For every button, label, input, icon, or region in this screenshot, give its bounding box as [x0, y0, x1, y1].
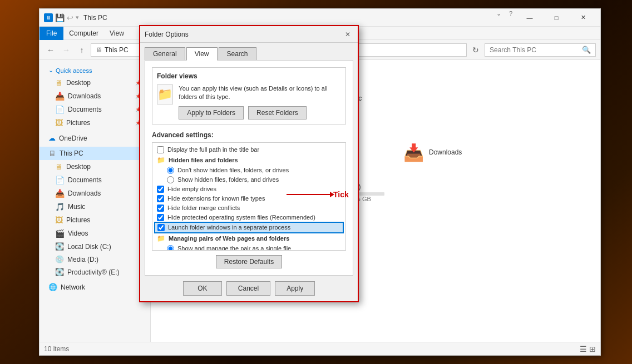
- ok-button[interactable]: OK: [183, 281, 222, 296]
- file-menu[interactable]: File: [40, 27, 63, 40]
- sidebar-item-desktop-qa[interactable]: 🖥 Desktop 📌: [40, 76, 150, 89]
- onedrive-icon: ☁: [48, 134, 56, 142]
- window-title: This PC: [83, 14, 493, 22]
- computer-menu[interactable]: Computer: [63, 27, 104, 39]
- sidebar-item-music-pc[interactable]: 🎵 Music: [40, 200, 150, 213]
- minimize-button[interactable]: —: [517, 10, 542, 26]
- dialog-title: Folder Options: [145, 31, 342, 38]
- sidebar-item-downloads-pc[interactable]: 📥 Downloads: [40, 187, 150, 200]
- maximize-button[interactable]: □: [544, 10, 569, 26]
- path-text: This PC: [105, 46, 129, 54]
- launch-folder-checkbox[interactable]: [157, 224, 165, 231]
- protected-files-checkbox[interactable]: [157, 214, 164, 221]
- tab-general[interactable]: General: [145, 47, 185, 60]
- item-count: 10 items: [44, 345, 69, 353]
- this-pc-section: 🖥 This PC 🖥 Desktop 📄 Documents 📥 Downlo…: [40, 147, 150, 278]
- sidebar-item-documents-pc[interactable]: 📄 Documents: [40, 173, 150, 187]
- refresh-button[interactable]: ↻: [469, 43, 482, 57]
- sidebar-item-this-pc[interactable]: 🖥 This PC: [40, 147, 150, 160]
- dont-show-hidden-radio[interactable]: [167, 167, 174, 174]
- fullpath-checkbox[interactable]: [157, 146, 164, 153]
- title-bar-controls: ⌄ ? — □ ✕: [493, 10, 596, 26]
- sidebar-item-label: Downloads: [68, 92, 101, 100]
- folder-views-body: 📁 You can apply this view (such as Detai…: [157, 84, 341, 119]
- quick-access-header[interactable]: ⌄ Quick access: [40, 64, 150, 76]
- downloads-icon: 📥: [55, 189, 65, 198]
- settings-item-single-file[interactable]: Show and manage the pair as a single fil…: [155, 244, 343, 251]
- folder-views-text: You can apply this view (such as Details…: [179, 84, 341, 102]
- search-input[interactable]: [490, 46, 580, 54]
- sidebar-item-label: Documents: [68, 106, 102, 113]
- reset-folders-button[interactable]: Reset Folders: [248, 106, 307, 119]
- network-section: 🌐 Network: [40, 281, 150, 293]
- radio-label: Don't show hidden files, folders, or dri…: [177, 167, 289, 173]
- title-bar-icons: 🖥 💾 ↩ ▾: [44, 13, 79, 22]
- documents-icon: 📄: [55, 176, 65, 185]
- device-tile-downloads-right[interactable]: 📥 Downloads: [398, 137, 509, 168]
- view-menu[interactable]: View: [104, 27, 130, 39]
- device-info: Downloads: [429, 148, 505, 156]
- sidebar-item-pictures-pc[interactable]: 🖼 Pictures: [40, 213, 150, 227]
- help-icon[interactable]: ?: [506, 10, 516, 26]
- desktop-icon: 🖥: [55, 162, 63, 171]
- details-view-icon[interactable]: ☰: [580, 345, 587, 353]
- apply-to-folders-button[interactable]: Apply to Folders: [179, 106, 244, 119]
- launch-folder-label: Launch folder windows in a separate proc…: [168, 224, 290, 231]
- forward-button[interactable]: →: [60, 43, 73, 57]
- save-icon: 💾: [55, 13, 65, 22]
- sidebar-item-onedrive[interactable]: ☁ OneDrive: [40, 132, 150, 144]
- apply-button[interactable]: Apply: [275, 281, 315, 296]
- group-folder-icon: 📁: [157, 235, 165, 242]
- empty-drives-label: Hide empty drives: [167, 186, 216, 192]
- folder-merge-label: Hide folder merge conflicts: [167, 205, 240, 211]
- hide-extensions-checkbox[interactable]: [157, 195, 164, 202]
- sidebar-item-productivity-e[interactable]: 💽 Productivity® (E:): [40, 266, 150, 278]
- ribbon-chevron-icon[interactable]: ⌄: [493, 10, 505, 26]
- sidebar-item-pictures-qa[interactable]: 🖼 Pictures 📌: [40, 116, 150, 129]
- show-hidden-radio[interactable]: [167, 176, 174, 183]
- settings-group-web-pairs: 📁 Managing pairs of Web pages and folder…: [155, 233, 343, 244]
- large-icons-view-icon[interactable]: ⊞: [589, 345, 596, 353]
- radio-label: Show and manage the pair as a single fil…: [177, 245, 291, 251]
- this-pc-icon: 🖥: [48, 149, 56, 158]
- folder-merge-checkbox[interactable]: [157, 205, 164, 212]
- settings-item-launch-folder[interactable]: Launch folder windows in a separate proc…: [155, 222, 343, 233]
- settings-list[interactable]: Display the full path in the title bar 📁…: [152, 142, 346, 251]
- search-icon: 🔍: [582, 46, 591, 54]
- single-file-radio[interactable]: [167, 245, 174, 251]
- sidebar-item-desktop-pc[interactable]: 🖥 Desktop: [40, 160, 150, 173]
- sidebar-item-documents-qa[interactable]: 📄 Documents 📌: [40, 103, 150, 116]
- sidebar-item-videos-pc[interactable]: 🎬 Videos: [40, 227, 150, 240]
- settings-item-fullpath[interactable]: Display the full path in the title bar: [155, 145, 343, 154]
- sidebar-item-label: This PC: [60, 149, 83, 157]
- tab-search[interactable]: Search: [219, 47, 256, 60]
- settings-item-protected-files[interactable]: Hide protected operating system files (R…: [155, 213, 343, 222]
- pictures-icon: 🖼: [55, 118, 63, 127]
- settings-item-folder-merge[interactable]: Hide folder merge conflicts: [155, 203, 343, 213]
- tab-view[interactable]: View: [186, 47, 218, 61]
- search-bar[interactable]: 🔍: [485, 43, 596, 57]
- videos-icon: 🎬: [55, 229, 65, 238]
- settings-item-empty-drives[interactable]: Hide empty drives: [155, 185, 343, 194]
- sidebar-item-network[interactable]: 🌐 Network: [40, 281, 150, 293]
- dialog-close-button[interactable]: ✕: [342, 29, 353, 40]
- empty-drives-checkbox[interactable]: [157, 186, 164, 193]
- group-folder-icon: 📁: [157, 156, 165, 164]
- restore-defaults-button[interactable]: Restore Defaults: [216, 255, 282, 268]
- cancel-button[interactable]: Cancel: [226, 281, 270, 296]
- dialog-content: Folder views 📁 You can apply this view (…: [145, 60, 353, 276]
- back-button[interactable]: ←: [44, 43, 57, 57]
- settings-item-hide-extensions[interactable]: Hide extensions for known file types: [155, 194, 343, 203]
- settings-item-dont-show-hidden[interactable]: Don't show hidden files, folders, or dri…: [155, 166, 343, 175]
- settings-item-show-hidden[interactable]: Show hidden files, folders, and drives: [155, 175, 343, 185]
- sidebar-item-media-d[interactable]: 💿 Media (D:): [40, 253, 150, 266]
- sidebar-item-label: Downloads: [68, 190, 101, 197]
- sidebar-item-local-disk[interactable]: 💽 Local Disk (C:): [40, 240, 150, 253]
- sidebar-item-label: Productivity® (E:): [67, 268, 120, 276]
- sidebar-item-downloads-qa[interactable]: 📥 Downloads 📌: [40, 89, 150, 103]
- folder-views-icon: 📁: [157, 84, 173, 104]
- pictures-icon: 🖼: [55, 216, 63, 225]
- close-button[interactable]: ✕: [570, 10, 596, 26]
- up-button[interactable]: ↑: [75, 43, 88, 57]
- quick-access-label: Quick access: [56, 67, 92, 74]
